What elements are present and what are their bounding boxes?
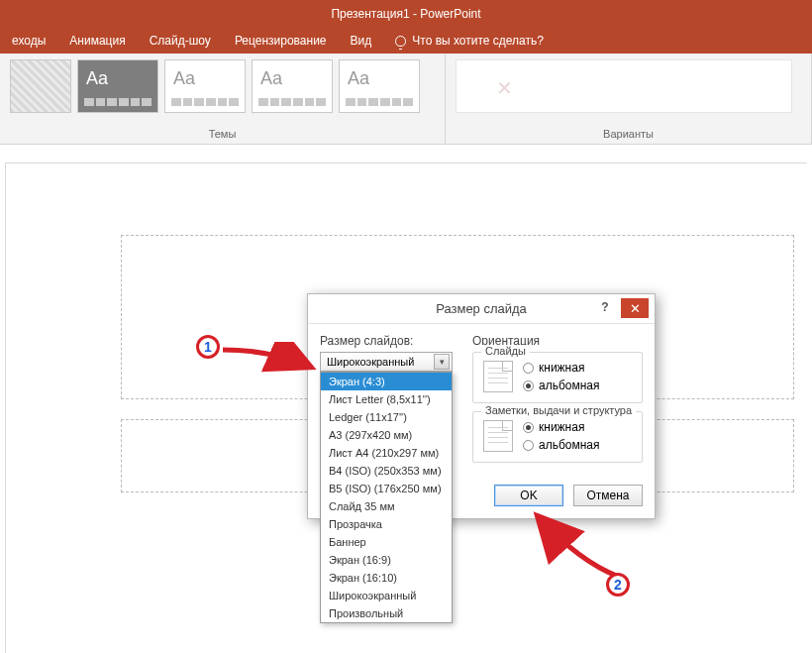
dropdown-option[interactable]: Произвольный — [321, 604, 452, 622]
dropdown-option[interactable]: B4 (ISO) (250x353 мм) — [321, 462, 452, 480]
slides-legend: Слайды — [481, 345, 530, 357]
theme-aa-label: Aa — [260, 68, 282, 89]
ok-button[interactable]: OK — [494, 485, 563, 506]
radio-icon — [523, 440, 534, 451]
dialog-titlebar[interactable]: Размер слайда ? ✕ — [308, 294, 655, 324]
dropdown-option[interactable]: Широкоэкранный — [321, 587, 452, 604]
arrow-1-icon — [218, 342, 327, 381]
window-title: Презентация1 - PowerPoint — [331, 7, 480, 21]
variants-gallery[interactable]: ✕ — [456, 59, 792, 113]
radio-slides-landscape[interactable]: альбомная — [523, 379, 600, 392]
slide-size-label: Размер слайдов: — [320, 334, 458, 348]
page-icon — [483, 361, 513, 392]
tell-me-label: Что вы хотите сделать? — [412, 28, 544, 54]
theme-aa-label: Aa — [86, 68, 108, 89]
tab-animation[interactable]: Анимация — [57, 28, 137, 54]
dialog-help-button[interactable]: ? — [595, 300, 615, 314]
group-label-themes: Темы — [10, 128, 435, 142]
theme-thumb[interactable]: Aa — [252, 59, 333, 113]
theme-aa-label: Aa — [348, 68, 369, 89]
combobox-value: Широкоэкранный — [327, 356, 414, 368]
tab-view[interactable]: Вид — [339, 28, 384, 54]
radio-icon — [523, 363, 534, 374]
ribbon: Aa Aa Aa Aa Темы ✕ Варианты — [0, 54, 812, 145]
dropdown-option[interactable]: Прозрачка — [321, 515, 452, 533]
slide-size-combobox[interactable]: Широкоэкранный ▾ — [320, 352, 453, 372]
slide-size-dropdown[interactable]: Экран (4:3)Лист Letter (8,5x11'')Ledger … — [320, 372, 453, 623]
dropdown-option[interactable]: Лист Letter (8,5x11'') — [321, 390, 452, 408]
theme-thumb[interactable]: Aa — [77, 59, 158, 113]
theme-thumb[interactable] — [10, 59, 71, 113]
dropdown-option[interactable]: B5 (ISO) (176x250 мм) — [321, 480, 452, 497]
dropdown-option[interactable]: Ledger (11x17'') — [321, 408, 452, 426]
variant-x-icon: ✕ — [496, 76, 513, 100]
radio-notes-portrait[interactable]: книжная — [523, 420, 600, 434]
radio-label: альбомная — [539, 379, 600, 392]
callout-1: 1 — [196, 335, 220, 359]
theme-aa-label: Aa — [173, 68, 195, 89]
radio-label: альбомная — [539, 438, 600, 452]
dialog-close-button[interactable]: ✕ — [621, 298, 649, 318]
dropdown-option[interactable]: A3 (297x420 мм) — [321, 426, 452, 444]
page-icon — [483, 420, 513, 452]
dialog-title: Размер слайда — [436, 301, 527, 316]
radio-label: книжная — [539, 361, 584, 375]
dropdown-option[interactable]: Баннер — [321, 533, 452, 551]
dropdown-option[interactable]: Экран (16:10) — [321, 569, 452, 587]
notes-legend: Заметки, выдачи и структура — [481, 404, 636, 416]
chevron-down-icon: ▾ — [434, 354, 450, 370]
radio-icon — [523, 381, 534, 391]
slides-orientation-group: Слайды книжная альбомная — [472, 352, 643, 403]
window-titlebar: Презентация1 - PowerPoint — [0, 0, 812, 28]
radio-label: книжная — [539, 420, 584, 434]
tab-review[interactable]: Рецензирование — [223, 28, 339, 54]
dropdown-option[interactable]: Экран (16:9) — [321, 551, 452, 569]
dropdown-option[interactable]: Лист A4 (210x297 мм) — [321, 444, 452, 462]
callout-2: 2 — [606, 573, 630, 597]
dropdown-option[interactable]: Экран (4:3) — [321, 373, 452, 390]
cancel-button[interactable]: Отмена — [573, 485, 643, 506]
ribbon-tabs: еходы Анимация Слайд-шоу Рецензирование … — [0, 28, 812, 54]
notes-orientation-group: Заметки, выдачи и структура книжная альб… — [472, 411, 643, 463]
tell-me-search[interactable]: Что вы хотите сделать? — [383, 28, 556, 54]
radio-icon — [523, 422, 534, 433]
slide-size-dialog: Размер слайда ? ✕ Размер слайдов: Широко… — [307, 293, 656, 519]
theme-thumb[interactable]: Aa — [164, 59, 246, 113]
radio-slides-portrait[interactable]: книжная — [523, 361, 600, 375]
tab-slideshow[interactable]: Слайд-шоу — [138, 28, 223, 54]
group-label-variants: Варианты — [456, 128, 801, 142]
themes-gallery[interactable]: Aa Aa Aa Aa — [10, 59, 435, 113]
tab-transitions[interactable]: еходы — [0, 28, 57, 54]
dropdown-option[interactable]: Слайд 35 мм — [321, 497, 452, 515]
lightbulb-icon — [395, 36, 406, 47]
theme-thumb[interactable]: Aa — [339, 59, 420, 113]
radio-notes-landscape[interactable]: альбомная — [523, 438, 600, 452]
